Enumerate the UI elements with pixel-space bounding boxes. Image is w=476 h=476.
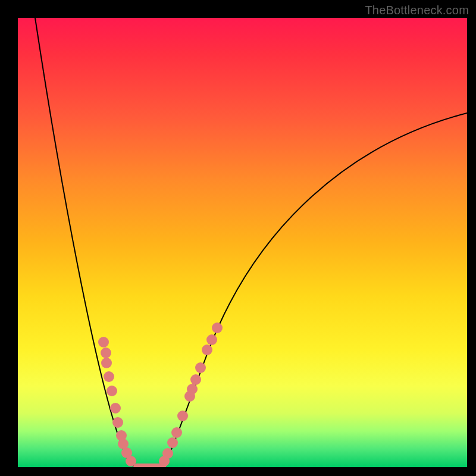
- data-point: [212, 322, 223, 333]
- series-left-curve: [35, 18, 137, 467]
- data-point: [202, 345, 212, 355]
- data-point: [104, 371, 114, 382]
- data-point: [112, 417, 123, 428]
- data-point: [126, 456, 136, 466]
- data-point: [177, 411, 188, 421]
- data-point: [171, 427, 182, 438]
- scatter-group: [98, 322, 223, 466]
- chart-plot-area: [18, 18, 467, 467]
- data-point: [167, 437, 178, 448]
- data-point: [107, 386, 117, 396]
- series-right-curve: [162, 113, 467, 467]
- series-group: [35, 18, 467, 467]
- watermark-text: TheBottleneck.com: [365, 4, 469, 17]
- data-point: [190, 374, 201, 385]
- chart-svg: [18, 18, 467, 467]
- data-point: [101, 358, 112, 368]
- data-point: [206, 334, 217, 345]
- data-point: [195, 362, 206, 373]
- data-point: [187, 384, 198, 394]
- data-point: [110, 403, 121, 414]
- data-point: [162, 448, 173, 459]
- data-point: [101, 347, 111, 358]
- data-point: [98, 337, 109, 347]
